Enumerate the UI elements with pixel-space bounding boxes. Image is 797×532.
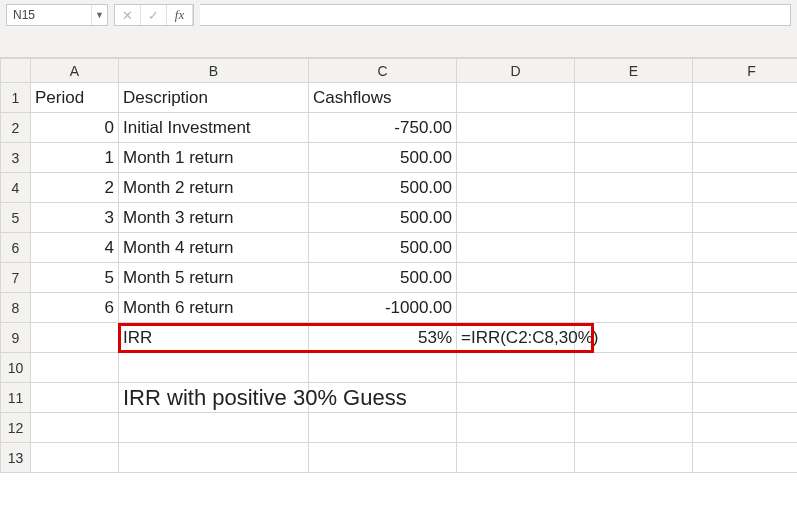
cell-A8[interactable]: 6 [31, 293, 119, 323]
col-header-B[interactable]: B [119, 59, 309, 83]
row-header-6[interactable]: 6 [1, 233, 31, 263]
cell-E1[interactable] [575, 83, 693, 113]
cell-A3[interactable]: 1 [31, 143, 119, 173]
cell-A7[interactable]: 5 [31, 263, 119, 293]
row-header-8[interactable]: 8 [1, 293, 31, 323]
row-header-4[interactable]: 4 [1, 173, 31, 203]
cell-E10[interactable] [575, 353, 693, 383]
name-box-dropdown[interactable]: ▼ [91, 5, 107, 25]
col-header-C[interactable]: C [309, 59, 457, 83]
cell-A13[interactable] [31, 443, 119, 473]
col-header-D[interactable]: D [457, 59, 575, 83]
cell-B12[interactable] [119, 413, 309, 443]
cell-E12[interactable] [575, 413, 693, 443]
cell-D3[interactable] [457, 143, 575, 173]
cell-F8[interactable] [693, 293, 798, 323]
confirm-formula-button[interactable]: ✓ [141, 5, 167, 25]
cell-C3[interactable]: 500.00 [309, 143, 457, 173]
name-box[interactable] [7, 5, 91, 25]
cell-E2[interactable] [575, 113, 693, 143]
row-header-13[interactable]: 13 [1, 443, 31, 473]
cell-E13[interactable] [575, 443, 693, 473]
cell-B10[interactable] [119, 353, 309, 383]
cell-F13[interactable] [693, 443, 798, 473]
cell-B1[interactable]: Description [119, 83, 309, 113]
cell-B13[interactable] [119, 443, 309, 473]
row-header-11[interactable]: 11 [1, 383, 31, 413]
cell-C6[interactable]: 500.00 [309, 233, 457, 263]
row-header-9[interactable]: 9 [1, 323, 31, 353]
cell-D2[interactable] [457, 113, 575, 143]
cell-C9[interactable]: 53% [309, 323, 457, 353]
cell-E5[interactable] [575, 203, 693, 233]
cell-A10[interactable] [31, 353, 119, 383]
cell-F7[interactable] [693, 263, 798, 293]
cell-D11[interactable] [457, 383, 575, 413]
formula-bar-input[interactable] [200, 4, 791, 26]
row-header-5[interactable]: 5 [1, 203, 31, 233]
row-header-12[interactable]: 12 [1, 413, 31, 443]
cell-A1[interactable]: Period [31, 83, 119, 113]
cell-F1[interactable] [693, 83, 798, 113]
worksheet-grid[interactable]: A B C D E F 1 Period Description Cashflo… [0, 58, 797, 532]
cell-D1[interactable] [457, 83, 575, 113]
cell-F11[interactable] [693, 383, 798, 413]
row-header-1[interactable]: 1 [1, 83, 31, 113]
row-header-2[interactable]: 2 [1, 113, 31, 143]
cell-D6[interactable] [457, 233, 575, 263]
cell-C13[interactable] [309, 443, 457, 473]
col-header-F[interactable]: F [693, 59, 798, 83]
select-all-corner[interactable] [1, 59, 31, 83]
cell-E6[interactable] [575, 233, 693, 263]
cell-C5[interactable]: 500.00 [309, 203, 457, 233]
cell-F4[interactable] [693, 173, 798, 203]
cell-D7[interactable] [457, 263, 575, 293]
cell-C10[interactable] [309, 353, 457, 383]
row-header-10[interactable]: 10 [1, 353, 31, 383]
cell-B7[interactable]: Month 5 return [119, 263, 309, 293]
cell-A12[interactable] [31, 413, 119, 443]
cell-E8[interactable] [575, 293, 693, 323]
cell-D12[interactable] [457, 413, 575, 443]
cell-D13[interactable] [457, 443, 575, 473]
cell-E11[interactable] [575, 383, 693, 413]
cell-C2[interactable]: -750.00 [309, 113, 457, 143]
cell-D8[interactable] [457, 293, 575, 323]
cell-C8[interactable]: -1000.00 [309, 293, 457, 323]
cell-B6[interactable]: Month 4 return [119, 233, 309, 263]
cell-D4[interactable] [457, 173, 575, 203]
insert-function-button[interactable]: fx [167, 5, 193, 25]
cell-A2[interactable]: 0 [31, 113, 119, 143]
cell-F12[interactable] [693, 413, 798, 443]
cell-A9[interactable] [31, 323, 119, 353]
cell-A6[interactable]: 4 [31, 233, 119, 263]
cell-F6[interactable] [693, 233, 798, 263]
cell-B9[interactable]: IRR [119, 323, 309, 353]
cell-B2[interactable]: Initial Investment [119, 113, 309, 143]
cell-B4[interactable]: Month 2 return [119, 173, 309, 203]
cell-E3[interactable] [575, 143, 693, 173]
cell-F9[interactable] [693, 323, 798, 353]
cell-E7[interactable] [575, 263, 693, 293]
cell-B8[interactable]: Month 6 return [119, 293, 309, 323]
cell-D10[interactable] [457, 353, 575, 383]
cell-C7[interactable]: 500.00 [309, 263, 457, 293]
cell-C12[interactable] [309, 413, 457, 443]
cell-F5[interactable] [693, 203, 798, 233]
cell-B3[interactable]: Month 1 return [119, 143, 309, 173]
cell-A4[interactable]: 2 [31, 173, 119, 203]
cell-D5[interactable] [457, 203, 575, 233]
cell-A5[interactable]: 3 [31, 203, 119, 233]
cancel-formula-button[interactable]: ✕ [115, 5, 141, 25]
col-header-A[interactable]: A [31, 59, 119, 83]
row-header-7[interactable]: 7 [1, 263, 31, 293]
cell-E4[interactable] [575, 173, 693, 203]
cell-D9[interactable]: =IRR(C2:C8,30%) [457, 323, 575, 353]
row-header-3[interactable]: 3 [1, 143, 31, 173]
col-header-E[interactable]: E [575, 59, 693, 83]
cell-B11[interactable]: IRR with positive 30% Guess [119, 383, 309, 413]
cell-F3[interactable] [693, 143, 798, 173]
cell-A11[interactable] [31, 383, 119, 413]
cell-B5[interactable]: Month 3 return [119, 203, 309, 233]
cell-C1[interactable]: Cashflows [309, 83, 457, 113]
